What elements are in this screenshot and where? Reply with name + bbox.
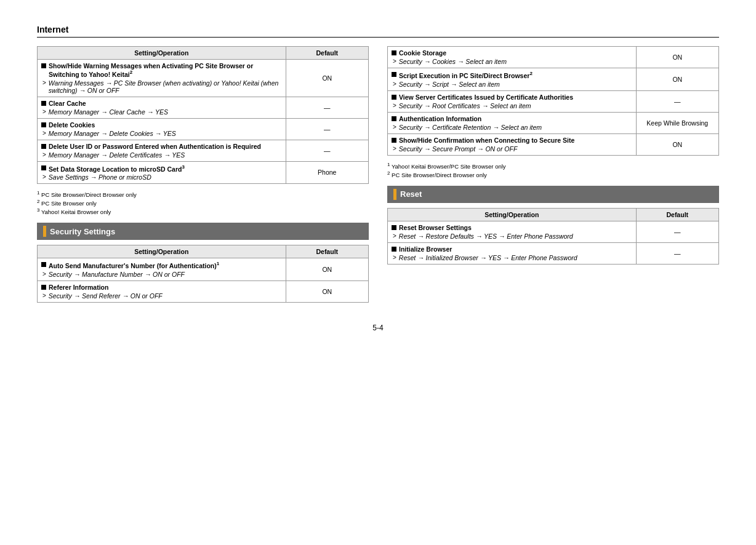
table-row: Cookie Storage > Security → Cookies → Se…: [388, 47, 719, 68]
right-column: Cookie Storage > Security → Cookies → Se…: [387, 46, 719, 309]
right-row-2-default: ON: [636, 68, 719, 91]
table-row: View Server Certificates Issued by Certi…: [388, 90, 719, 112]
left-row-5-default: Phone: [286, 161, 369, 184]
chevron-icon: >: [393, 102, 396, 109]
security-row-2-setting: Referer Information > Security → Send Re…: [38, 280, 286, 302]
chevron-icon: >: [393, 58, 396, 65]
bullet-icon: [41, 165, 46, 170]
right-row-1-default: ON: [636, 47, 719, 68]
bullet-icon: [392, 95, 396, 100]
left-row-2-default: —: [286, 97, 369, 118]
security-table: Setting/Operation Default Auto Send Manu…: [37, 245, 369, 303]
right-row-5-setting: Show/Hide Confirmation when Connecting t…: [388, 133, 637, 155]
left-table: Setting/Operation Default Show/Hide Warn…: [37, 46, 369, 184]
table-row: Delete Cookies > Memory Manager → Delete…: [38, 118, 369, 140]
right-row-4-default: Keep While Browsing: [636, 112, 719, 133]
chevron-icon: >: [42, 292, 46, 299]
table-row: Script Execution in PC Site/Direct Brows…: [388, 68, 719, 91]
left-footnotes: 1 PC Site Browser/Direct Browser only 2 …: [37, 190, 369, 215]
right-row-3-default: —: [636, 90, 719, 112]
left-row-2-setting: Clear Cache > Memory Manager → Clear Cac…: [38, 97, 286, 118]
reset-row-2-setting: Initialize Browser > Reset → Initialized…: [388, 242, 637, 264]
left-row-5-setting: Set Data Storage Location to microSD Car…: [38, 161, 286, 184]
right-row-3-setting: View Server Certificates Issued by Certi…: [388, 90, 637, 112]
security-setting-header: Setting/Operation: [38, 245, 286, 258]
bullet-icon: [392, 247, 396, 252]
security-default-header: Default: [286, 245, 369, 258]
left-table-default-header: Default: [286, 47, 369, 60]
accent-bar: [43, 226, 46, 237]
table-row: Show/Hide Warning Messages when Activati…: [38, 60, 369, 97]
bullet-icon: [41, 262, 46, 267]
right-row-5-default: ON: [636, 133, 719, 155]
chevron-icon: >: [393, 233, 396, 239]
chevron-icon: >: [42, 271, 46, 277]
right-footnotes: 1 Yahoo! Keitai Browser/PC Site Browser …: [387, 162, 719, 178]
reset-setting-header: Setting/Operation: [388, 208, 637, 221]
security-settings-header: Security Settings: [37, 223, 369, 240]
page-title: Internet: [37, 25, 719, 38]
security-row-1-default: ON: [286, 258, 369, 281]
left-table-setting-header: Setting/Operation: [38, 47, 286, 60]
reset-row-1-default: —: [636, 221, 719, 242]
page-number: 5-4: [37, 324, 719, 332]
table-row: Show/Hide Confirmation when Connecting t…: [388, 133, 719, 155]
left-row-1-setting: Show/Hide Warning Messages when Activati…: [38, 60, 286, 97]
bullet-icon: [41, 101, 46, 106]
table-row: Clear Cache > Memory Manager → Clear Cac…: [38, 97, 369, 118]
bullet-icon: [392, 116, 396, 121]
table-row: Set Data Storage Location to microSD Car…: [38, 161, 369, 184]
chevron-icon: >: [393, 124, 396, 130]
right-row-4-setting: Authentication Information > Security → …: [388, 112, 637, 133]
table-row: Authentication Information > Security → …: [388, 112, 719, 133]
reset-section-header: Reset: [387, 186, 719, 203]
bullet-icon: [392, 225, 396, 230]
reset-default-header: Default: [636, 208, 719, 221]
bullet-icon: [392, 72, 396, 77]
reset-row-2-default: —: [636, 242, 719, 264]
chevron-icon: >: [42, 173, 46, 180]
table-row: Auto Send Manufacturer's Number (for Aut…: [38, 258, 369, 281]
bullet-icon: [41, 122, 46, 127]
bullet-icon: [392, 50, 396, 55]
chevron-icon: >: [42, 79, 46, 86]
bullet-icon: [392, 138, 396, 143]
left-row-1-default: ON: [286, 60, 369, 97]
bullet-icon: [41, 144, 46, 149]
accent-bar: [393, 189, 396, 200]
right-table: Cookie Storage > Security → Cookies → Se…: [387, 46, 719, 156]
table-row: Reset Browser Settings > Reset → Restore…: [388, 221, 719, 242]
security-row-2-default: ON: [286, 280, 369, 302]
table-row: Initialize Browser > Reset → Initialized…: [388, 242, 719, 264]
chevron-icon: >: [393, 145, 396, 152]
left-row-3-setting: Delete Cookies > Memory Manager → Delete…: [38, 118, 286, 140]
chevron-icon: >: [42, 130, 46, 137]
chevron-icon: >: [42, 151, 46, 158]
left-column: Setting/Operation Default Show/Hide Warn…: [37, 46, 369, 309]
right-row-1-setting: Cookie Storage > Security → Cookies → Se…: [388, 47, 637, 68]
right-row-2-setting: Script Execution in PC Site/Direct Brows…: [388, 68, 637, 91]
bullet-icon: [41, 63, 46, 68]
left-row-3-default: —: [286, 118, 369, 140]
bullet-icon: [41, 285, 46, 290]
table-row: Referer Information > Security → Send Re…: [38, 280, 369, 302]
chevron-icon: >: [393, 81, 396, 87]
chevron-icon: >: [393, 254, 396, 261]
chevron-icon: >: [42, 108, 46, 115]
left-row-4-setting: Delete User ID or Password Entered when …: [38, 140, 286, 161]
left-row-4-default: —: [286, 140, 369, 161]
reset-table: Setting/Operation Default Reset Browser …: [387, 208, 719, 265]
table-row: Delete User ID or Password Entered when …: [38, 140, 369, 161]
security-row-1-setting: Auto Send Manufacturer's Number (for Aut…: [38, 258, 286, 281]
reset-row-1-setting: Reset Browser Settings > Reset → Restore…: [388, 221, 637, 242]
